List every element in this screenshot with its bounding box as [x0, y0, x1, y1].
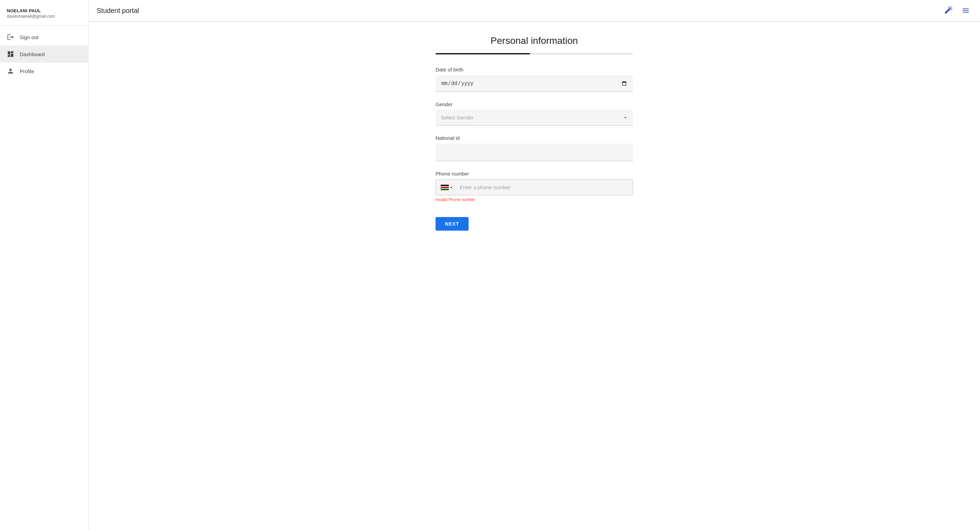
dashboard-icon [7, 50, 14, 58]
menu-icon [962, 6, 970, 14]
sidebar-user: NOELANI PAUL daviesmaina4@gmail.com [0, 0, 88, 26]
gender-select[interactable]: Select Gender Male Female Other [436, 110, 633, 125]
menu-icon-button[interactable] [959, 5, 972, 17]
sidebar-item-sign-out-label: Sign out [20, 34, 38, 40]
progress-bar-fill [436, 53, 530, 54]
header: Student portal [89, 0, 980, 22]
national-id-field: National id [436, 135, 633, 161]
phone-field-wrapper: ▾ [436, 179, 633, 195]
national-id-label: National id [436, 135, 633, 141]
phone-number-field: Phone number ▾ Invalid Phone [436, 171, 633, 202]
progress-bar-container [436, 53, 633, 54]
phone-dropdown-arrow: ▾ [450, 185, 452, 190]
sidebar-item-dashboard-label: Dashboard [20, 51, 45, 57]
header-actions [942, 5, 972, 17]
edit-icon-button[interactable] [942, 5, 954, 17]
sidebar-user-name: NOELANI PAUL [7, 8, 81, 13]
date-of-birth-field: Date of birth [436, 67, 633, 92]
sidebar-item-profile[interactable]: Profile [0, 63, 88, 79]
sidebar-user-email: daviesmaina4@gmail.com [7, 14, 81, 19]
form-title: Personal information [436, 35, 633, 46]
date-of-birth-label: Date of birth [436, 67, 633, 73]
form-container: Personal information Date of birth Gende… [436, 35, 633, 231]
profile-icon [7, 67, 14, 75]
date-of-birth-input[interactable] [436, 75, 633, 92]
national-id-input[interactable] [436, 144, 633, 161]
gender-field: Gender Select Gender Male Female Other [436, 102, 633, 125]
sidebar-item-dashboard[interactable]: Dashboard [0, 46, 88, 63]
sidebar-navigation: Sign out Dashboard Profile [0, 26, 88, 83]
gender-label: Gender [436, 102, 633, 107]
next-button[interactable]: NEXT [436, 217, 469, 231]
sign-out-icon [7, 33, 14, 41]
pencil-icon [944, 6, 952, 14]
phone-country-selector[interactable]: ▾ [436, 180, 456, 195]
sidebar: NOELANI PAUL daviesmaina4@gmail.com Sign… [0, 0, 89, 530]
phone-number-label: Phone number [436, 171, 633, 176]
sidebar-item-sign-out[interactable]: Sign out [0, 29, 88, 46]
main-area: Student portal Personal information [89, 0, 980, 530]
flag-stripe-green [441, 189, 449, 190]
phone-input[interactable] [456, 179, 633, 195]
kenya-flag [441, 185, 449, 190]
phone-error-text: Invalid Phone number [436, 197, 633, 202]
header-title: Student portal [97, 7, 139, 14]
sidebar-item-profile-label: Profile [20, 68, 34, 74]
main-content: Personal information Date of birth Gende… [89, 22, 980, 530]
